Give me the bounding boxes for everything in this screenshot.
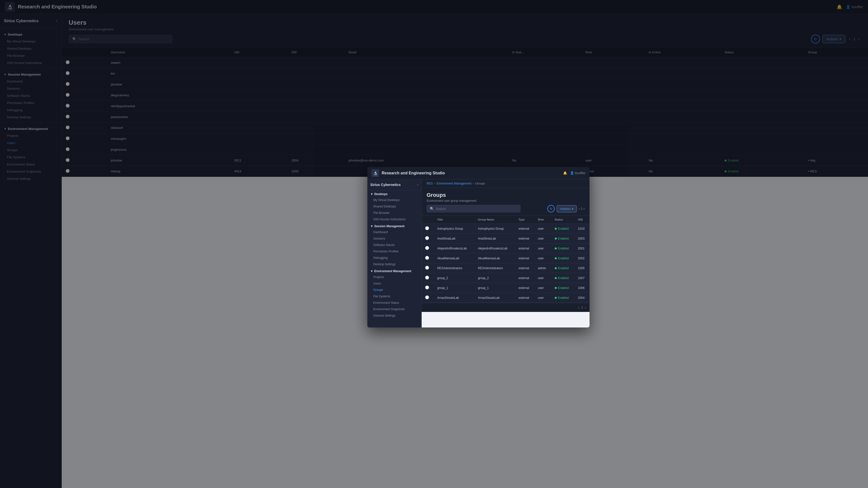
overlay-cell-gid: 1006 bbox=[575, 283, 590, 293]
overlay-chevron-session: ▼ bbox=[370, 224, 373, 228]
overlay-table-header-row: Title Group Name Type Role Status GID bbox=[422, 216, 590, 224]
table-row: RESAdministrators RESAdministrators exte… bbox=[422, 263, 590, 273]
overlay-sidebar-item-ssh[interactable]: SSH Access Instructions bbox=[367, 216, 422, 222]
overlay-bell-icon[interactable]: 🔔 bbox=[563, 171, 567, 175]
overlay-app-logo: 🔬 bbox=[371, 169, 379, 177]
overlay-sidebar-item-file-browser[interactable]: File Browser bbox=[367, 210, 422, 216]
overlay-cell-title: group_2 bbox=[434, 273, 474, 283]
overlay-cell-role: user bbox=[534, 224, 551, 234]
overlay-sidebar: Sirius Cybernetics ‹ ▼ Desktops My Virtu… bbox=[367, 179, 422, 328]
overlay-actions-button[interactable]: Actions ▾ bbox=[557, 205, 577, 212]
overlay-row-radio[interactable] bbox=[425, 295, 429, 299]
overlay-sidebar-item-permission-profiles[interactable]: Permission Profiles bbox=[367, 248, 422, 255]
overlay-row-radio[interactable] bbox=[425, 246, 429, 250]
overlay-cell-group-name: group_2 bbox=[474, 273, 515, 283]
overlay-cell-group-name: AkuaMansasLab bbox=[474, 253, 515, 263]
overlay-search-box[interactable]: 🔍 bbox=[427, 205, 520, 212]
overlay-sidebar-item-groups[interactable]: Groups bbox=[367, 287, 422, 293]
overlay-cell-status: Enabled bbox=[551, 234, 575, 244]
overlay-cell-group-name: AlejandroRosalezsLab bbox=[474, 244, 515, 253]
overlay-bottom-next[interactable]: › bbox=[585, 305, 586, 309]
overlay-prev-page[interactable]: ‹ bbox=[579, 207, 580, 211]
overlay-col-gid[interactable]: GID bbox=[575, 216, 590, 224]
overlay-app-title: Research and Engineering Studio bbox=[382, 171, 561, 175]
overlay-cell-role: user bbox=[534, 293, 551, 303]
overlay-sidebar-collapse[interactable]: ‹ bbox=[417, 183, 418, 187]
breadcrumb-res[interactable]: RES bbox=[427, 182, 433, 185]
overlay-cell-status: Enabled bbox=[551, 263, 575, 273]
table-row: AlejandroRosalezsLab AlejandroRosalezsLa… bbox=[422, 244, 590, 253]
overlay-sidebar-env-header[interactable]: ▼ Environment Management bbox=[367, 268, 422, 274]
overlay-row-radio[interactable] bbox=[425, 226, 429, 230]
overlay-refresh-button[interactable]: ↻ bbox=[547, 205, 555, 212]
overlay-bottom-prev[interactable]: ‹ bbox=[578, 305, 580, 309]
overlay-user-menu[interactable]: 👤 bouffler bbox=[570, 171, 586, 175]
overlay-sidebar-item-projects[interactable]: Projects bbox=[367, 274, 422, 280]
overlay-cell-role: user bbox=[534, 244, 551, 253]
overlay-row-radio[interactable] bbox=[425, 285, 429, 289]
overlay-cell-status: Enabled bbox=[551, 293, 575, 303]
groups-table: Title Group Name Type Role Status GID As… bbox=[422, 216, 590, 303]
overlay-col-role[interactable]: Role bbox=[534, 216, 551, 224]
breadcrumb: RES › Environment Management › Groups bbox=[422, 179, 590, 188]
overlay-row-radio[interactable] bbox=[425, 236, 429, 240]
overlay-main-content: RES › Environment Management › Groups Gr… bbox=[422, 179, 590, 328]
overlay-next-page[interactable]: › bbox=[583, 207, 585, 211]
overlay-pagination: ‹ 1 › bbox=[579, 207, 585, 211]
overlay-sidebar-item-env-status[interactable]: Environment Status bbox=[367, 300, 422, 306]
overlay-cell-gid: 2004 bbox=[575, 293, 590, 303]
overlay-cell-title: group_1 bbox=[434, 283, 474, 293]
overlay-cell-group-name: ArnavDesaisLab bbox=[474, 293, 515, 303]
overlay-cell-type: external bbox=[515, 263, 534, 273]
overlay-sidebar-item-desktop-settings[interactable]: Desktop Settings bbox=[367, 261, 422, 268]
overlay-cell-role: admin bbox=[534, 263, 551, 273]
overlay-cell-type: external bbox=[515, 293, 534, 303]
overlay-sidebar-item-shared-desktops[interactable]: Shared Desktops bbox=[367, 203, 422, 210]
overlay-window: 🔬 Research and Engineering Studio 🔔 👤 bo… bbox=[367, 167, 590, 328]
overlay-page-title: Groups bbox=[427, 192, 585, 198]
overlay-col-group-name[interactable]: Group Name bbox=[474, 216, 515, 224]
overlay-bottom-pagination: ‹ 1 › bbox=[422, 303, 590, 312]
overlay-cell-title: AnaSilvasLab bbox=[434, 234, 474, 244]
overlay-sidebar-item-env-snapshots[interactable]: Environment Snapshots bbox=[367, 306, 422, 312]
overlay-sidebar-item-users[interactable]: Users bbox=[367, 280, 422, 287]
overlay-cell-status: Enabled bbox=[551, 283, 575, 293]
breadcrumb-env-management[interactable]: Environment Management bbox=[437, 182, 471, 185]
overlay-search-input[interactable] bbox=[436, 207, 517, 211]
overlay-cell-type: external bbox=[515, 244, 534, 253]
table-row: ArnavDesaisLab ArnavDesaisLab external u… bbox=[422, 293, 590, 303]
table-row: AkuaMansasLab AkuaMansasLab external use… bbox=[422, 253, 590, 263]
overlay-col-title[interactable]: Title bbox=[434, 216, 474, 224]
overlay-cell-status: Enabled bbox=[551, 253, 575, 263]
overlay-sidebar-item-dashboard[interactable]: Dashboard bbox=[367, 229, 422, 235]
overlay-cell-title: AlejandroRosalezsLab bbox=[434, 244, 474, 253]
overlay-sidebar-item-software-stacks[interactable]: Software Stacks bbox=[367, 242, 422, 248]
overlay-cell-gid: 1010 bbox=[575, 224, 590, 234]
overlay-sidebar-item-general-settings[interactable]: General Settings bbox=[367, 312, 422, 319]
overlay-page-number: 1 bbox=[581, 207, 583, 210]
breadcrumb-sep-2: › bbox=[473, 182, 474, 185]
overlay-cell-role: user bbox=[534, 273, 551, 283]
table-row: group_1 group_1 external user Enabled 10… bbox=[422, 283, 590, 293]
overlay-cell-gid: 2002 bbox=[575, 253, 590, 263]
overlay-chevron-env: ▼ bbox=[370, 269, 373, 273]
overlay-chevron-desktops: ▼ bbox=[370, 192, 373, 196]
overlay-sidebar-item-file-systems[interactable]: File Systems bbox=[367, 293, 422, 300]
overlay-bottom-page-number: 1 bbox=[581, 306, 583, 309]
overlay-cell-group-name: RESAdministrators bbox=[474, 263, 515, 273]
overlay-col-type[interactable]: Type bbox=[515, 216, 534, 224]
overlay-sidebar-item-my-virtual-desktops[interactable]: My Virtual Desktops bbox=[367, 197, 422, 203]
overlay-col-status[interactable]: Status bbox=[551, 216, 575, 224]
overlay-row-radio[interactable] bbox=[425, 256, 429, 260]
overlay-sidebar-desktops-header[interactable]: ▼ Desktops bbox=[367, 190, 422, 197]
overlay-topbar: 🔬 Research and Engineering Studio 🔔 👤 bo… bbox=[367, 167, 590, 179]
overlay-sidebar-item-sessions[interactable]: Sessions bbox=[367, 235, 422, 242]
overlay-cell-title: ArnavDesaisLab bbox=[434, 293, 474, 303]
overlay-cell-group-name: Astrophysics Group bbox=[474, 224, 515, 234]
overlay-cell-status: Enabled bbox=[551, 224, 575, 234]
overlay-page-subtitle: Environment user group management bbox=[427, 199, 585, 203]
overlay-sidebar-session-header[interactable]: ▼ Session Management bbox=[367, 222, 422, 229]
overlay-sidebar-item-debugging[interactable]: Debugging bbox=[367, 255, 422, 261]
overlay-row-radio[interactable] bbox=[425, 266, 429, 270]
overlay-row-radio[interactable] bbox=[425, 276, 429, 280]
